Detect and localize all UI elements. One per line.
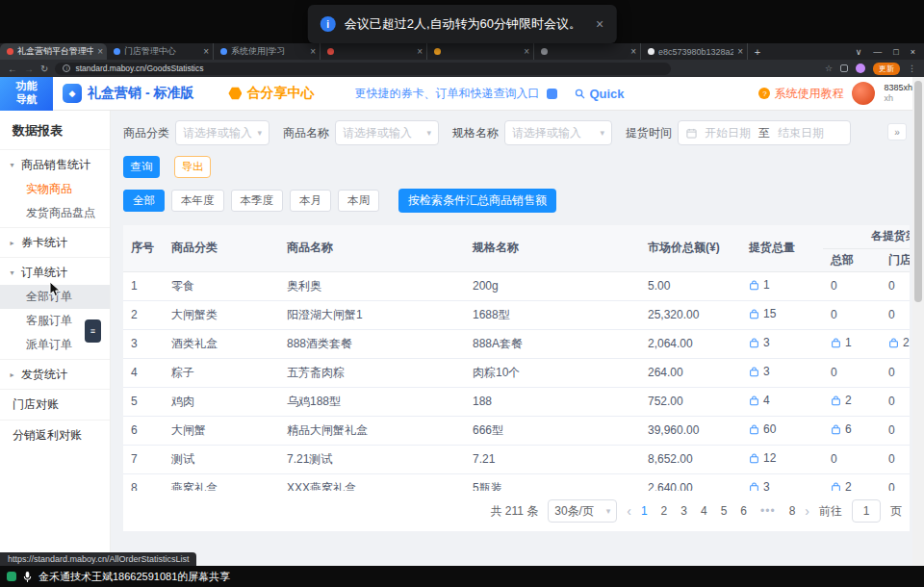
pickup-bag-icon (749, 396, 759, 406)
tab-close-icon[interactable]: × (417, 46, 423, 57)
col-header-category[interactable]: 商品分类 (164, 225, 279, 271)
quick-tab[interactable]: 全部 (123, 190, 165, 212)
back-button[interactable]: ← (8, 64, 17, 74)
page-number[interactable]: 4 (701, 504, 707, 518)
table-scroll-area[interactable]: 序号 商品分类 商品名称 规格名称 市场价总额(¥) 提货总量 各提货渠道 总部… (123, 225, 910, 491)
page-size-select[interactable]: 30条/页 ▾ (548, 499, 617, 523)
browser-tab[interactable]: 系统使用|学习× (214, 43, 321, 60)
page-ellipsis-icon: ••• (760, 504, 776, 518)
export-button[interactable]: 导出 (174, 156, 211, 178)
col-header-name[interactable]: 商品名称 (279, 225, 465, 271)
browser-update-button[interactable]: 更新 (873, 63, 900, 75)
browser-tab[interactable]: e8c573980b1328a258fd2e6f× (641, 43, 748, 60)
col-header-pickup[interactable]: 提货总量 (741, 225, 823, 271)
sidebar-group-label[interactable]: ▸券卡统计 (0, 230, 110, 255)
hexagon-icon (228, 87, 242, 100)
spec-select[interactable]: 请选择或输入 ▾ (504, 120, 612, 145)
mouse-cursor (49, 281, 62, 297)
goto-page-input[interactable] (852, 499, 881, 523)
browser-tab[interactable]: × (321, 43, 427, 60)
quick-tab[interactable]: 本季度 (231, 190, 284, 212)
browser-profile-avatar[interactable] (856, 64, 865, 73)
header-right: ? 系统使用教程 8385xh xh (758, 82, 924, 105)
quick-tab[interactable]: 本月 (290, 190, 331, 212)
tab-favicon (114, 48, 120, 55)
quick-filter-tabs: 全部本年度本季度本月本周 按检索条件汇总商品销售额 (123, 189, 910, 213)
query-button[interactable]: 查询 (123, 156, 160, 178)
address-bar[interactable]: i standard.maboy.cn/GoodsStatistics (55, 63, 671, 75)
cell-amount: 5.00 (640, 271, 741, 300)
reload-button[interactable]: ↻ (40, 64, 48, 74)
tab-close-icon[interactable]: × (630, 46, 636, 57)
page-number[interactable]: 2 (661, 504, 668, 518)
site-info-icon[interactable]: i (63, 64, 70, 72)
sidebar-item[interactable]: 实物商品 (0, 177, 110, 201)
tab-favicon (541, 48, 548, 55)
username-sub: xh (884, 93, 912, 104)
browser-tab[interactable]: × (427, 43, 534, 60)
quick-search-link[interactable]: Quick (575, 87, 624, 101)
page-number[interactable]: 6 (740, 504, 747, 518)
browser-tab[interactable]: × (534, 43, 641, 60)
page-number[interactable]: 8 (789, 504, 796, 518)
url-text: standard.maboy.cn/GoodsStatistics (75, 64, 203, 73)
maximize-button[interactable]: □ (893, 47, 898, 57)
browser-menu-icon[interactable]: ⋮ (908, 64, 916, 73)
page-scrollbar[interactable] (912, 77, 924, 566)
chevron-down-icon: ▾ (600, 128, 604, 138)
tab-search-icon[interactable]: ∨ (856, 47, 862, 57)
col-header-spec[interactable]: 规格名称 (465, 225, 640, 271)
cell-name: 奥利奥 (279, 271, 465, 300)
sidebar-collapse-handle[interactable]: ≡ (85, 319, 101, 343)
screen-share-bar: 金禾通技术王斌18662591081的屏幕共享 (0, 566, 924, 587)
forward-button[interactable]: → (24, 64, 34, 74)
prev-page-button[interactable]: ‹ (627, 503, 631, 519)
filter-row: 商品分类 请选择或输入 ▾ 商品名称 请选择或输入 ▾ 规格名称 (123, 120, 910, 145)
sidebar-group-label[interactable]: ▸发货统计 (0, 362, 110, 387)
pickup-value: 0 (831, 279, 837, 293)
tab-close-icon[interactable]: × (310, 46, 316, 57)
bookmark-star-icon[interactable]: ☆ (825, 64, 833, 73)
collapse-filters-button[interactable]: » (887, 123, 907, 140)
category-select[interactable]: 请选择或输入 ▾ (175, 120, 270, 145)
scrollbar-thumb[interactable] (914, 81, 922, 302)
promo-link[interactable]: 更快捷的券卡、订单和快递查询入口 (354, 86, 539, 102)
col-subheader-store[interactable]: 门店 (881, 248, 910, 271)
pickup-value: 0 (888, 279, 895, 293)
extensions-icon[interactable] (840, 64, 848, 72)
browser-tab[interactable]: 门店管理中心× (107, 43, 214, 60)
col-subheader-hq[interactable]: 总部 (823, 248, 881, 271)
page-number[interactable]: 5 (721, 504, 728, 518)
quick-tab[interactable]: 本周 (338, 190, 379, 212)
date-range-picker[interactable]: 开始日期 至 结束日期 (678, 120, 851, 145)
tab-close-icon[interactable]: × (737, 46, 743, 57)
toast-close-icon[interactable]: × (596, 16, 603, 32)
cell-hq: 6 (823, 416, 881, 445)
next-page-button[interactable]: › (805, 503, 809, 519)
col-header-amount[interactable]: 市场价总额(¥) (640, 225, 741, 271)
tab-close-icon[interactable]: × (203, 46, 209, 57)
sidebar-item[interactable]: 发货商品盘点 (0, 201, 110, 225)
summary-button[interactable]: 按检索条件汇总商品销售额 (398, 189, 556, 213)
new-tab-button[interactable]: + (748, 43, 767, 60)
share-center-link[interactable]: 合分享中心 (228, 85, 314, 102)
sidebar-item[interactable]: 门店对账 (0, 392, 110, 418)
cell-hq: 2 (823, 387, 881, 416)
minimize-button[interactable]: — (873, 47, 882, 57)
tab-close-icon[interactable]: × (524, 46, 529, 57)
name-select[interactable]: 请选择或输入 ▾ (335, 120, 439, 145)
tutorial-link[interactable]: ? 系统使用教程 (758, 86, 843, 102)
function-nav-button[interactable]: 功能 导航 (0, 77, 53, 111)
col-header-no[interactable]: 序号 (123, 225, 164, 271)
close-button[interactable]: × (911, 47, 915, 57)
page-number[interactable]: 3 (680, 504, 687, 518)
browser-tab[interactable]: 礼盒营销平台管理中心× (0, 43, 107, 60)
tab-close-icon[interactable]: × (97, 46, 103, 57)
page-number[interactable]: 1 (641, 504, 648, 518)
cell-category: 粽子 (164, 358, 279, 387)
quick-tab[interactable]: 本年度 (171, 190, 224, 212)
user-avatar[interactable] (852, 82, 875, 105)
sidebar-group-label[interactable]: ▾商品销售统计 (0, 152, 110, 177)
screen: 礼盒营销平台管理中心×门店管理中心×系统使用|学习××××e8c573980b1… (0, 0, 924, 587)
sidebar-item[interactable]: 分销返利对账 (0, 422, 110, 448)
